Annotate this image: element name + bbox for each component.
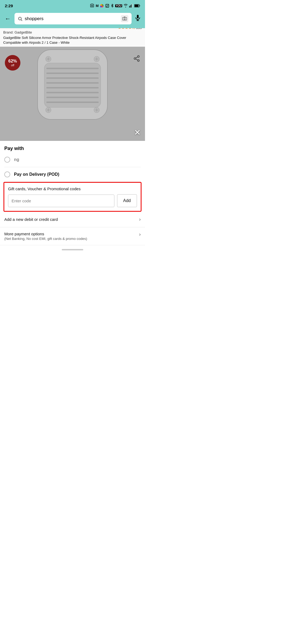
radio-partial[interactable] (4, 157, 10, 163)
you-wifi-icon: YOU (115, 4, 122, 7)
status-bar: 2:29 M YOU (0, 0, 145, 11)
svg-point-0 (92, 5, 93, 6)
svg-rect-2 (129, 6, 130, 8)
svg-point-40 (137, 60, 139, 61)
rating-count: 335 (136, 28, 142, 30)
checkbox-status-icon (105, 4, 109, 8)
status-time: 2:29 (5, 3, 13, 8)
pay-with-title: Pay with (4, 146, 141, 151)
add-code-button[interactable]: Add (117, 194, 137, 207)
add-card-arrow-icon: › (139, 217, 141, 222)
gift-code-input[interactable] (8, 195, 114, 207)
photos-status-icon (100, 4, 104, 8)
product-title: GadgetBite Soft Silicone Armor Protectiv… (3, 35, 142, 45)
svg-line-42 (136, 57, 137, 58)
gmail-status-icon: M (96, 4, 99, 8)
camera-search-icon[interactable] (121, 15, 128, 22)
back-button[interactable]: ← (4, 14, 12, 23)
close-button[interactable]: ✕ (134, 128, 141, 137)
search-text: shoppers (25, 16, 119, 21)
svg-line-41 (136, 59, 137, 60)
camera-status-icon (90, 3, 94, 8)
brand-label: Brand: GadgetBite (3, 30, 32, 34)
battery-icon (134, 4, 140, 8)
product-image-svg (27, 39, 118, 130)
partial-payment-option: ng (4, 154, 141, 167)
stars: ★★★★½ (118, 28, 135, 30)
rating-row: ★★★★½ 335 (118, 28, 142, 30)
more-payment-options[interactable]: More payment options (Net Banking, No co… (0, 227, 145, 245)
svg-rect-7 (139, 5, 140, 6)
svg-rect-8 (135, 5, 139, 7)
partial-label: ng (14, 157, 19, 162)
search-icon (18, 16, 23, 21)
svg-rect-17 (44, 63, 101, 107)
gift-card-input-row: Add (8, 194, 137, 207)
more-options-arrow-icon: › (139, 232, 141, 237)
svg-rect-4 (131, 5, 132, 8)
discount-badge: 62% off (5, 55, 20, 71)
mic-button[interactable] (134, 14, 141, 23)
handle-bar (62, 249, 83, 250)
svg-point-9 (19, 17, 21, 20)
search-bar[interactable]: shoppers (15, 13, 132, 24)
discount-percent: 62% (8, 59, 17, 64)
bottom-handle (0, 245, 145, 253)
svg-rect-13 (137, 15, 139, 18)
more-options-text-group: More payment options (Net Banking, No co… (4, 232, 87, 241)
gift-card-wrapper: Gift cards, Voucher & Promotional codes … (0, 182, 145, 212)
bluetooth-icon (111, 3, 114, 8)
pod-label: Pay on Delivery (POD) (14, 172, 59, 177)
radio-pod[interactable] (4, 171, 10, 177)
add-card-label: Add a new debit or credit card (4, 217, 58, 222)
pay-section: Pay with ng Pay on Delivery (POD) (0, 141, 145, 182)
discount-off: off (11, 64, 14, 67)
pay-on-delivery-option[interactable]: Pay on Delivery (POD) (4, 167, 141, 182)
svg-line-10 (21, 20, 22, 21)
svg-point-12 (124, 18, 125, 20)
svg-rect-3 (130, 5, 131, 8)
svg-point-39 (134, 58, 136, 60)
product-section: Brand: GadgetBite ★★★★½ 335 GadgetBite S… (0, 28, 145, 141)
product-top-info: Brand: GadgetBite ★★★★½ 335 GadgetBite S… (0, 28, 145, 47)
wifi-icon (124, 4, 128, 8)
svg-point-38 (137, 56, 139, 57)
svg-rect-5 (132, 4, 133, 8)
gift-card-section: Gift cards, Voucher & Promotional codes … (3, 182, 142, 212)
more-options-sub: (Net Banking, No cost EMI, gift cards & … (4, 237, 87, 241)
header: ← shoppers (0, 11, 145, 28)
more-options-label: More payment options (4, 232, 87, 236)
gift-card-title: Gift cards, Voucher & Promotional codes (8, 186, 137, 191)
signal-icon (129, 4, 133, 8)
status-icons: M YOU (90, 3, 140, 8)
share-button[interactable] (133, 55, 140, 64)
add-card-option[interactable]: Add a new debit or credit card › (0, 212, 145, 227)
